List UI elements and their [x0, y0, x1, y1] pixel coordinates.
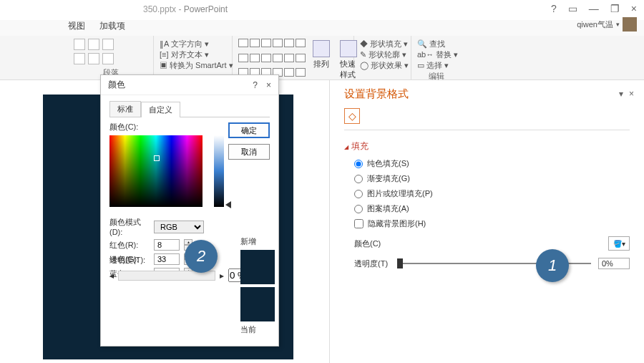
ribbon-display-icon[interactable]: ▭: [568, 3, 577, 14]
new-swatch: [240, 250, 275, 284]
user-name: qiwen气温: [577, 19, 613, 30]
color-preview: 新增 当前: [240, 236, 275, 335]
restore-icon[interactable]: ❐: [610, 3, 620, 14]
tab-addins[interactable]: 加载项: [99, 20, 125, 36]
align-icon[interactable]: [74, 39, 85, 50]
red-label: 红色(R):: [109, 240, 150, 251]
avatar[interactable]: [623, 17, 637, 32]
user-area[interactable]: qiwen气温 ▾: [577, 17, 637, 32]
arrange-button[interactable]: 排列: [310, 39, 333, 82]
trans-left-arrow-icon[interactable]: ◂: [109, 271, 114, 281]
text-direction-button[interactable]: ‖A 文字方向 ▾: [160, 39, 226, 49]
replace-button[interactable]: ab↔ 替换 ▾: [417, 49, 456, 60]
color-picker-button[interactable]: 🪣▾: [608, 236, 630, 251]
radio-pattern-fill[interactable]: 图案填充(A): [354, 203, 630, 214]
shape-outline-button[interactable]: ✎ 形状轮廓 ▾: [360, 49, 405, 60]
radio-picture-fill[interactable]: 图片或纹理填充(P): [354, 188, 630, 199]
window-title: 350.pptx - PowerPoint: [143, 4, 228, 14]
red-input[interactable]: [154, 239, 180, 251]
current-label: 当前: [240, 324, 275, 335]
color-label: 颜色(C): [354, 238, 390, 249]
shape-effects-button[interactable]: ◯ 形状效果 ▾: [360, 60, 405, 71]
luminance-arrow-icon[interactable]: [225, 201, 231, 208]
pane-dropdown-icon[interactable]: ▾: [619, 89, 623, 99]
select-button[interactable]: ▭ 选择 ▾: [417, 60, 456, 71]
format-background-pane: 设置背景格式 ▾ × ◇ 填充 纯色填充(S) 渐变填充(G) 图片或纹理填充(…: [329, 80, 644, 363]
align-left-icon[interactable]: [74, 53, 85, 64]
minimize-icon[interactable]: —: [589, 3, 599, 14]
mode-label: 颜色模式(D):: [109, 217, 150, 236]
indent-icon[interactable]: [102, 39, 114, 50]
ribbon: 段落 ‖A 文字方向 ▾ [≡] 对齐文本 ▾ ▣ 转换为 SmartArt ▾…: [0, 36, 644, 80]
tab-view[interactable]: 视图: [68, 20, 85, 36]
find-button[interactable]: 🔍 查找: [417, 39, 456, 49]
trans-right-arrow-icon[interactable]: ▸: [220, 271, 224, 281]
app-name: PowerPoint: [184, 4, 228, 14]
align-text-button[interactable]: [≡] 对齐文本 ▾: [160, 49, 226, 60]
ribbon-group-shape-format: ◆ 形状填充 ▾ ✎ 形状轮廓 ▾ ◯ 形状效果 ▾: [354, 36, 411, 79]
transparency-row: 透明度(T) 0%: [354, 258, 630, 269]
callout-badge-2: 2: [185, 240, 218, 273]
ribbon-group-drawing: 排列 快速样式 绘图: [233, 36, 354, 79]
fill-section-title[interactable]: 填充: [344, 140, 630, 153]
color-row: 颜色(C) 🪣▾: [354, 236, 630, 251]
arrange-icon: [313, 40, 330, 57]
color-field[interactable]: [109, 135, 203, 207]
dialog-close-icon[interactable]: ×: [266, 80, 271, 90]
ribbon-group-paragraph: 段落: [68, 36, 154, 79]
main-area: 设置背景格式 ▾ × ◇ 填充 纯色填充(S) 渐变填充(G) 图片或纹理填充(…: [0, 80, 644, 363]
filename: 350.pptx: [143, 4, 176, 14]
list-icon[interactable]: [88, 39, 99, 50]
radio-gradient-fill[interactable]: 渐变填充(G): [354, 173, 630, 184]
close-icon[interactable]: ×: [631, 3, 637, 14]
current-swatch: [240, 287, 275, 321]
tab-standard[interactable]: 标准: [109, 101, 141, 117]
pane-close-icon[interactable]: ×: [629, 89, 634, 99]
pane-controls: ▾ ×: [619, 89, 634, 99]
color-crosshair-icon[interactable]: [154, 155, 160, 161]
dialog-title: 颜色: [108, 79, 125, 91]
transparency-value[interactable]: 0%: [598, 258, 630, 269]
tab-custom[interactable]: 自定义: [141, 102, 180, 117]
checkbox-hide-bg[interactable]: 隐藏背景图形(H): [354, 218, 630, 229]
cancel-button[interactable]: 取消: [228, 144, 270, 160]
dialog-titlebar: 颜色 ? ×: [101, 75, 278, 95]
fill-section: 填充 纯色填充(S) 渐变填充(G) 图片或纹理填充(P) 图案填充(A) 隐藏…: [344, 140, 630, 269]
transparency-label: 透明度(T): [354, 258, 390, 269]
new-label: 新增: [240, 236, 275, 247]
dialog-tabs: 标准 自定义: [109, 101, 270, 117]
shape-fill-button[interactable]: ◆ 形状填充 ▾: [360, 39, 405, 49]
align-center-icon[interactable]: [88, 53, 99, 64]
smartart-button[interactable]: ▣ 转换为 SmartArt ▾: [160, 60, 226, 71]
title-bar: 350.pptx - PowerPoint ? ▭ — ❐ ×: [0, 0, 644, 20]
ok-button[interactable]: 确定: [228, 122, 270, 138]
radio-solid-fill[interactable]: 纯色填充(S): [354, 158, 630, 169]
mode-select[interactable]: RGB: [154, 221, 204, 233]
window-controls: ? ▭ — ❐ ×: [551, 3, 637, 14]
dialog-help-icon[interactable]: ?: [253, 80, 258, 90]
ribbon-group-editing: 🔍 查找 ab↔ 替换 ▾ ▭ 选择 ▾ 编辑: [411, 36, 462, 79]
luminance-slider[interactable]: [214, 135, 224, 207]
callout-badge-1: 1: [536, 249, 569, 282]
pane-title: 设置背景格式: [344, 87, 630, 101]
fill-tab-icon[interactable]: ◇: [344, 108, 360, 124]
help-icon[interactable]: ?: [551, 3, 557, 14]
align-right-icon[interactable]: [102, 53, 114, 64]
ribbon-group-text: ‖A 文字方向 ▾ [≡] 对齐文本 ▾ ▣ 转换为 SmartArt ▾: [154, 36, 233, 79]
menu-tabs: 视图 加载项: [0, 20, 644, 36]
